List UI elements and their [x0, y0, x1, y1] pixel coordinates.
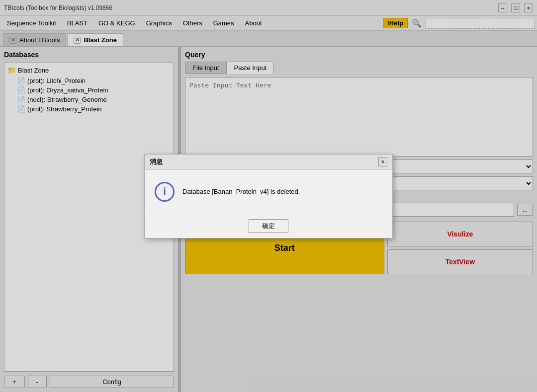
info-icon: i — [155, 182, 175, 202]
confirm-button[interactable]: 确定 — [249, 219, 288, 233]
dialog-close-button[interactable]: × — [378, 157, 387, 166]
dialog-title-bar: 消息 × — [145, 155, 392, 170]
dialog-body: i Database [Banan_Protein_v4] is deleted… — [145, 170, 392, 214]
dialog-box: 消息 × i Database [Banan_Protein_v4] is de… — [144, 154, 393, 238]
dialog-footer: 确定 — [145, 214, 392, 238]
dialog-title: 消息 — [150, 157, 163, 166]
dialog-message: Database [Banan_Protein_v4] is deleted. — [182, 188, 300, 195]
dialog-overlay: 消息 × i Database [Banan_Protein_v4] is de… — [0, 0, 537, 392]
